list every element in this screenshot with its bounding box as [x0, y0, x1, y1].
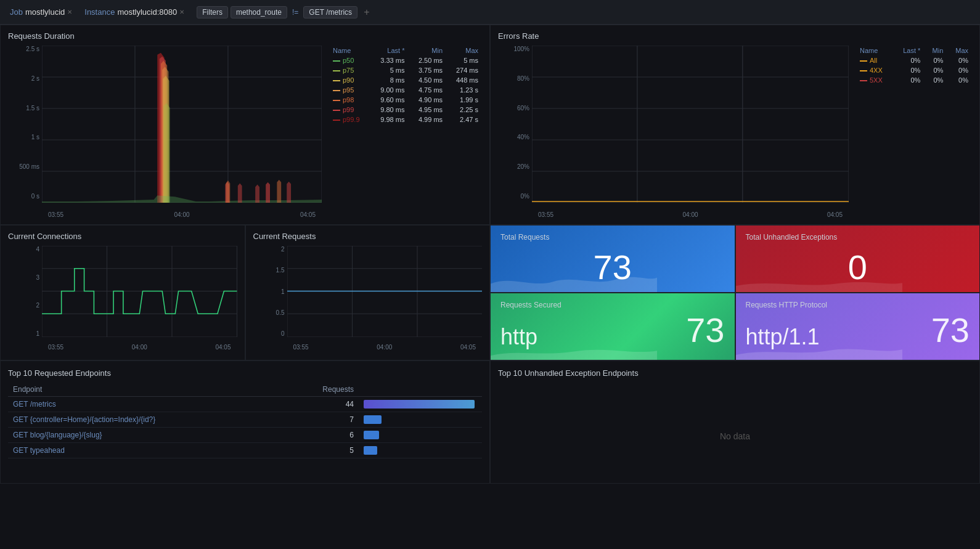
total-unhandled-value: 0 — [746, 250, 970, 285]
y-60pct: 60% — [517, 105, 529, 112]
err-col-last: Last * — [894, 46, 925, 55]
ep-col-requests: Requests — [284, 383, 359, 397]
endpoint-name[interactable]: GET /metrics — [8, 397, 284, 412]
ex-0400: 04:00 — [682, 211, 698, 218]
crx-0405: 04:05 — [460, 344, 476, 351]
legend-name: p75 — [329, 65, 370, 75]
x-label-0355: 03:55 — [48, 211, 63, 218]
err-last: 0% — [894, 55, 925, 65]
top10-exceptions-title: Top 10 Unhandled Exception Endpoints — [498, 368, 972, 378]
legend-min: 4.99 ms — [408, 115, 446, 124]
endpoint-bar — [359, 412, 482, 428]
endpoint-bar — [359, 443, 482, 458]
crx-0355: 03:55 — [293, 344, 309, 351]
job-value: mostlylucid — [25, 7, 65, 17]
legend-min: 3.75 ms — [408, 65, 446, 75]
crq-y0: 0 — [281, 330, 285, 337]
legend-name: p99.9 — [329, 115, 370, 124]
requests-http-value: 73 — [931, 310, 970, 350]
requests-secured-card: Requests Secured http 73 — [490, 293, 735, 360]
filter-key-pill[interactable]: method_route — [231, 6, 287, 18]
err-min: 0% — [924, 65, 947, 75]
cur-req-chart-wrap: 2 1.5 1 0.5 0 — [253, 246, 483, 351]
endpoint-table: Endpoint Requests GET /metrics 44 GET {c… — [8, 383, 482, 458]
top10-endpoints-title: Top 10 Requested Endpoints — [8, 368, 482, 378]
requests-secured-protocol: http — [500, 324, 537, 350]
errors-svg — [532, 46, 849, 203]
add-filter-button[interactable]: + — [360, 6, 373, 19]
nav-filters: Filters method_route != GET /metrics + — [197, 6, 373, 19]
row2-left: Current Connections 4 3 2 1 — [0, 225, 490, 360]
svg-marker-20 — [252, 185, 259, 203]
dashboard: Requests Duration 2.5 s 2 s 1.5 s 1 s 50… — [0, 25, 980, 484]
conn-svg — [42, 246, 237, 337]
endpoint-bar — [359, 397, 482, 412]
legend-row: p99.9 9.98 ms 4.99 ms 2.47 s — [329, 115, 482, 124]
cx-0405: 04:05 — [215, 344, 231, 351]
filter-key: method_route — [236, 8, 282, 17]
y-0pct: 0% — [521, 193, 529, 200]
conn-y3: 3 — [36, 274, 39, 281]
legend-max: 2.25 s — [446, 105, 482, 115]
err-legend-row: 4XX 0% 0% 0% — [856, 65, 972, 75]
err-last: 0% — [894, 65, 925, 75]
err-max: 0% — [947, 65, 972, 75]
req-duration-svg — [42, 46, 322, 203]
endpoint-bar — [359, 428, 482, 443]
requests-http-protocol: http/1.1 — [746, 324, 820, 350]
svg-marker-23 — [284, 182, 291, 203]
filters-label[interactable]: Filters — [197, 6, 228, 18]
crq-y05: 0.5 — [276, 309, 285, 316]
y-20pct: 20% — [517, 163, 529, 170]
legend-last: 9.98 ms — [370, 115, 409, 124]
metrics-row: Total Requests 73 Total Unhandled Except… — [490, 225, 980, 360]
err-col-name: Name — [856, 46, 894, 55]
filter-op: != — [290, 7, 301, 18]
crx-0400: 04:00 — [377, 344, 392, 351]
legend-min: 4.95 ms — [408, 105, 446, 115]
cur-requests-title: Current Requests — [253, 232, 483, 241]
x-label-0400: 04:00 — [174, 211, 189, 218]
cur-req-x-axis: 03:55 04:00 04:05 — [287, 344, 483, 351]
total-unhandled-card: Total Unhandled Exceptions 0 — [735, 225, 981, 293]
instance-close-icon[interactable]: ✕ — [179, 9, 184, 15]
errors-content: 100% 80% 60% 40% 20% 0% — [498, 46, 972, 218]
y-label-0s: 0 s — [31, 193, 39, 200]
legend-name: p90 — [329, 75, 370, 85]
endpoint-row: GET {controller=Home}/{action=Index}/{id… — [8, 412, 482, 428]
crq-y2: 2 — [281, 246, 285, 253]
current-connections-panel: Current Connections 4 3 2 1 — [0, 225, 245, 360]
endpoint-count: 5 — [284, 443, 359, 458]
endpoint-name[interactable]: GET {controller=Home}/{action=Index}/{id… — [8, 412, 284, 428]
legend-name: p50 — [329, 55, 370, 65]
errors-legend: Name Last * Min Max All 0% 0% 0% 4XX 0% … — [849, 46, 972, 218]
endpoint-row: GET typeahead 5 — [8, 443, 482, 458]
cx-0355: 03:55 — [48, 344, 63, 351]
top-nav: Job mostlylucid ✕ Instance mostlylucid:8… — [0, 0, 980, 25]
ep-col-endpoint: Endpoint — [8, 383, 284, 397]
filters-text: Filters — [202, 8, 223, 17]
instance-value: mostlylucid:8080 — [117, 7, 177, 17]
err-col-min: Min — [924, 46, 947, 55]
legend-table: Name Last * Min Max p50 3.33 ms 2.50 ms … — [329, 46, 482, 124]
err-max: 0% — [947, 75, 972, 85]
legend-min: 4.50 ms — [408, 75, 446, 85]
conn-y-axis: 4 3 2 1 — [8, 246, 42, 337]
svg-marker-21 — [263, 182, 270, 203]
legend-row: p75 5 ms 3.75 ms 274 ms — [329, 65, 482, 75]
legend-last: 3.33 ms — [370, 55, 409, 65]
connections-chart-wrap: 4 3 2 1 — [8, 246, 237, 351]
endpoint-name[interactable]: GET typeahead — [8, 443, 284, 458]
nav-instance[interactable]: Instance mostlylucid:8080 ✕ — [80, 5, 189, 19]
endpoint-name[interactable]: GET blog/{language}/{slug} — [8, 428, 284, 443]
requests-duration-title: Requests Duration — [8, 31, 482, 41]
total-requests-title: Total Requests — [500, 233, 725, 242]
legend-col-min: Min — [408, 46, 446, 55]
legend-col-last: Last * — [370, 46, 409, 55]
no-data-label: No data — [498, 383, 972, 490]
ep-col-bar — [359, 383, 482, 397]
job-close-icon[interactable]: ✕ — [67, 9, 72, 15]
nav-job[interactable]: Job mostlylucid ✕ — [5, 5, 77, 19]
errors-rate-panel: Errors Rate 100% 80% 60% 40% 20% 0% — [490, 25, 980, 225]
conn-y4: 4 — [36, 246, 39, 253]
